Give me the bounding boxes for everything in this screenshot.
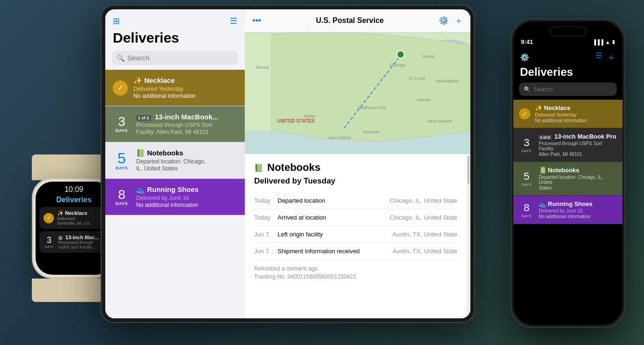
macbook-badge: 1 of 2 xyxy=(136,115,151,121)
wifi-icon: ▲ xyxy=(605,39,610,45)
scrollbar-thumb xyxy=(468,156,469,184)
iphone-shoes-days-num: 8 xyxy=(519,202,534,214)
watch-days-label: DAYS xyxy=(44,245,55,249)
iphone-item-macbook[interactable]: 3 DAYS 1 of 2 13-inch MacBook Pro Proces… xyxy=(513,128,622,162)
notebooks-title: 📗 Notebooks xyxy=(136,149,237,157)
notebooks-days-label: DAYS xyxy=(113,166,131,170)
macbook-days-num: 3 xyxy=(113,115,131,128)
svg-text:Indianapolis: Indianapolis xyxy=(435,79,458,83)
shoes-days: 8 DAYS xyxy=(113,188,131,206)
svg-text:Oklahoma City: Oklahoma City xyxy=(358,105,386,110)
ipad-left-panel: ⊞ ☰ Deliveries 🔍 ✓ ✨ Necklace Delivered … xyxy=(105,9,245,318)
iphone-search-icon: 🔍 xyxy=(524,86,531,93)
ipad-search-bar[interactable]: 🔍 xyxy=(112,51,238,65)
iphone-notebooks-content: 📗 Notebooks Departed location: Chicago, … xyxy=(539,167,617,191)
macbook-sub: Facility: Allen Park, MI 48101 xyxy=(136,129,237,135)
necklace-status: Delivered Yesterday xyxy=(133,86,237,92)
macbook-title: 1 of 2 13-inch MacBook... xyxy=(136,113,237,121)
iphone-shoes-content: 👟 Running Shoes Delivered by June 16 No … xyxy=(539,200,617,219)
iphone-macbook-days: 3 DAYS xyxy=(519,137,534,153)
map-service-title: U.S. Postal Service xyxy=(267,16,433,25)
iphone-macbook-title: 1 of 2 13-inch MacBook Pro xyxy=(539,133,617,140)
event-date-3: Jun 7 xyxy=(254,231,272,238)
iphone-app-title: Deliveries xyxy=(513,66,622,82)
ipad-detail: 📗 Notebooks Delivered by Tuesday Today D… xyxy=(245,154,467,318)
iphone-list: ✓ ✨ Necklace Delivered Yesterday No addi… xyxy=(513,100,622,325)
detail-subtitle: Delivered by Tuesday xyxy=(254,176,457,186)
ipad-frame: ⊞ ☰ Deliveries 🔍 ✓ ✨ Necklace Delivered … xyxy=(101,5,475,323)
iphone-shoes-title: 👟 Running Shoes xyxy=(539,200,617,207)
svg-text:Detroit: Detroit xyxy=(422,54,435,59)
ipad-right-panel: ••• U.S. Postal Service ⚙️ ＋ xyxy=(245,9,470,318)
shoes-status: Delivered by June 16 xyxy=(136,195,237,201)
event-loc-2: Chicago, IL, United State xyxy=(389,214,457,221)
necklace-sub: No additional information xyxy=(133,93,237,99)
refresh-text: Refreshed a moment ago xyxy=(254,265,457,272)
svg-text:San Antonio: San Antonio xyxy=(328,135,351,140)
list-icon[interactable]: ☰ xyxy=(230,16,237,26)
ipad-scrollbar[interactable] xyxy=(467,154,470,318)
detail-row-1: Today Departed location Chicago, IL, Uni… xyxy=(254,192,457,209)
list-item-necklace[interactable]: ✓ ✨ Necklace Delivered Yesterday No addi… xyxy=(105,70,245,106)
tracking-text: Tracking No. 94001158095605011504​23 xyxy=(254,273,457,280)
signal-icon: ▐▐▐ xyxy=(593,39,603,45)
iphone-notebooks-status: Departed location: Chicago, IL, United xyxy=(539,175,617,185)
iphone-search-input[interactable] xyxy=(534,86,612,93)
svg-text:Denver: Denver xyxy=(256,65,270,70)
iphone-item-running-shoes[interactable]: 8 DAYS 👟 Running Shoes Delivered by June… xyxy=(513,196,622,224)
ipad-inner: ⊞ ☰ Deliveries 🔍 ✓ ✨ Necklace Delivered … xyxy=(105,9,470,318)
iphone-necklace-status: Delivered Yesterday xyxy=(535,112,617,117)
watch-macbook-content: 1 13-inch Mac... Processed through USPS … xyxy=(58,235,104,250)
iphone-notebooks-title: 📗 Notebooks xyxy=(539,167,617,174)
iphone-necklace-sub: No additional information xyxy=(535,118,617,123)
watch-time: 10:09 xyxy=(65,185,83,194)
search-input[interactable] xyxy=(127,54,234,62)
shoes-days-label: DAYS xyxy=(113,201,131,206)
event-desc-1: Departed location xyxy=(278,197,384,204)
iphone-item-necklace[interactable]: ✓ ✨ Necklace Delivered Yesterday No addi… xyxy=(513,100,622,128)
necklace-check-icon: ✓ xyxy=(113,81,128,95)
watch-item-necklace-sub2: Northville, MI, US xyxy=(57,221,104,226)
svg-text:Chicago: Chicago xyxy=(390,63,406,67)
watch-days-num: 3 xyxy=(44,235,55,245)
svg-text:UNITED STATES: UNITED STATES xyxy=(277,118,315,124)
notebooks-content: 📗 Notebooks Departed location: Chicago, … xyxy=(136,149,237,172)
iphone-add-icon[interactable]: ＋ xyxy=(607,51,616,64)
gear-icon[interactable]: ⚙️ xyxy=(439,15,449,26)
watch-item-necklace[interactable]: ✓ ✨ Necklace Delivered: Northville, MI, … xyxy=(39,207,109,229)
iphone-necklace-check: ✓ xyxy=(519,108,530,119)
watch-item-macbook[interactable]: 3 DAYS 1 13-inch Mac... Processed throug… xyxy=(39,231,109,253)
macbook-days-label: DAYS xyxy=(113,128,131,133)
iphone-status-bar: 9:41 ▐▐▐ ▲ ▮ xyxy=(513,37,622,48)
map-background: Denver Dallas San Antonio Houston Chicag… xyxy=(245,32,470,154)
ellipsis-icon[interactable]: ••• xyxy=(252,16,261,26)
necklace-title: ✨ Necklace xyxy=(133,76,237,85)
detail-footer: Refreshed a moment ago Tracking No. 9400… xyxy=(254,265,457,280)
iphone-search[interactable]: 🔍 xyxy=(519,82,617,96)
dynamic-island xyxy=(549,26,587,37)
event-loc-4: Austin, TX, United State xyxy=(393,248,458,255)
plus-icon[interactable]: ＋ xyxy=(454,15,463,26)
ipad-map: Denver Dallas San Antonio Houston Chicag… xyxy=(245,32,470,154)
iphone-list-icon[interactable]: ☰ xyxy=(595,51,602,64)
iphone-notebooks-days: 5 DAYS xyxy=(519,170,534,187)
necklace-content: ✨ Necklace Delivered Yesterday No additi… xyxy=(133,76,237,99)
list-item-notebooks[interactable]: 5 DAYS 📗 Notebooks Departed location: Ch… xyxy=(105,142,245,179)
macbook-status: Processed through USPS Sort xyxy=(136,122,237,128)
iphone-shoes-status: Delivered by June 16 xyxy=(539,208,617,213)
ipad-app-title: Deliveries xyxy=(105,30,245,51)
event-desc-4: Shipment information received xyxy=(278,248,387,255)
shoes-title: 👟 Running Shoes xyxy=(136,185,237,194)
list-item-macbook[interactable]: 3 DAYS 1 of 2 13-inch MacBook... Process… xyxy=(105,106,245,142)
list-item-running-shoes[interactable]: 8 DAYS 👟 Running Shoes Delivered by June… xyxy=(105,179,245,215)
event-date-4: Jun 7 xyxy=(254,248,272,255)
detail-title: Notebooks xyxy=(267,161,321,174)
iphone-macbook-days-num: 3 xyxy=(519,137,534,149)
watch-macbook-title: 1 13-inch Mac... xyxy=(58,235,104,240)
detail-scroll-container: 📗 Notebooks Delivered by Tuesday Today D… xyxy=(245,154,470,318)
iphone-item-notebooks[interactable]: 5 DAYS 📗 Notebooks Departed location: Ch… xyxy=(513,162,622,196)
event-desc-3: Left origin facility xyxy=(278,231,387,238)
iphone-settings-icon[interactable]: ⚙️ xyxy=(520,53,529,62)
sidebar-toggle-icon[interactable]: ⊞ xyxy=(113,16,120,26)
iphone-inner: 9:41 ▐▐▐ ▲ ▮ ⚙️ ☰ ＋ Deliveries 🔍 ✓ ✨ xyxy=(513,22,622,325)
